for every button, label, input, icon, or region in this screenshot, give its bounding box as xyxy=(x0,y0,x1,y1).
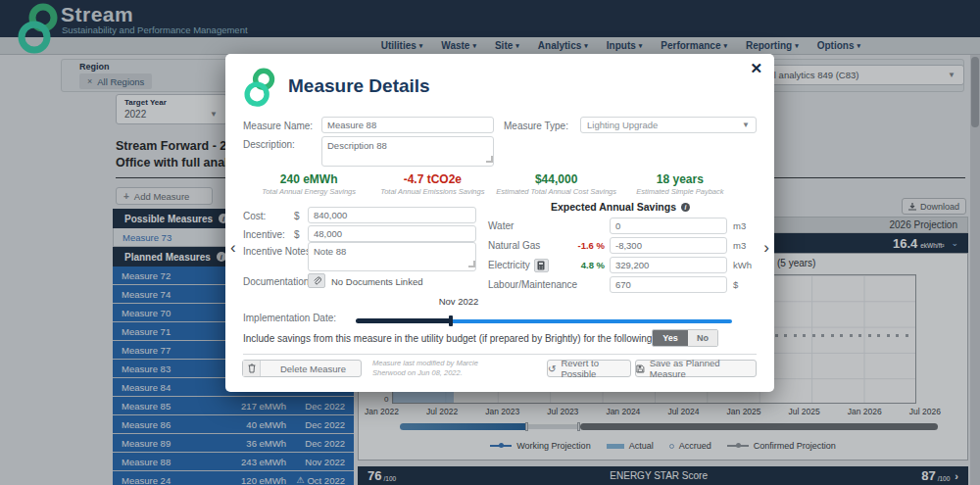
documentation-status: No Documents Linked xyxy=(331,276,422,287)
budget-toggle: Yes No xyxy=(652,329,718,347)
delete-measure-button[interactable]: Delete Measure xyxy=(242,360,362,377)
save-icon xyxy=(636,364,645,373)
incentive-input[interactable] xyxy=(308,225,476,242)
last-modified-note: Measure last modified by Marcie Sherwood… xyxy=(372,359,495,378)
revert-icon: ↺ xyxy=(548,364,556,374)
stat-simple-payback: 18 years Estimated Simple Payback xyxy=(618,172,742,196)
revert-to-possible-button[interactable]: ↺ Revert to Possible xyxy=(547,360,631,377)
measure-stats-row: 240 eMWh Total Annual Energy Savings -4.… xyxy=(247,172,742,196)
natural-gas-savings-input[interactable] xyxy=(610,237,727,254)
savings-row-electricity: Electricity 4.8 % kWh xyxy=(488,257,759,273)
next-measure-chevron[interactable]: › xyxy=(763,238,769,258)
electricity-savings-input[interactable] xyxy=(610,257,727,273)
divider xyxy=(243,354,757,355)
save-as-planned-button[interactable]: Save as Planned Measure xyxy=(635,360,757,377)
cost-input[interactable] xyxy=(308,207,476,223)
budget-question: Include savings from this measure in the… xyxy=(243,333,679,344)
documentation-label: Documentation: xyxy=(243,276,312,287)
toggle-yes-button[interactable]: Yes xyxy=(653,330,688,346)
currency-symbol: $ xyxy=(294,211,300,221)
paperclip-icon xyxy=(313,276,321,285)
toggle-no-button[interactable]: No xyxy=(688,330,717,346)
implementation-date-slider[interactable] xyxy=(356,315,732,326)
stat-cost-savings: $44,000 Estimated Total Annual Cost Savi… xyxy=(495,172,618,196)
stat-energy-savings: 240 eMWh Total Annual Energy Savings xyxy=(247,172,370,196)
measure-type-select[interactable]: Lighting Upgrade ▼ xyxy=(580,117,757,133)
calculator-icon xyxy=(537,261,545,270)
description-label: Description: xyxy=(243,139,295,150)
implementation-date-label: Implementation Date: xyxy=(243,313,336,323)
app-screen: Stream Sustainability and Performance Ma… xyxy=(0,0,980,485)
savings-row-labour-maintenance: Labour/Maintenance $ xyxy=(488,276,759,293)
measure-name-input[interactable] xyxy=(321,117,494,133)
slider-track-future xyxy=(453,319,732,323)
stream-logo-icon xyxy=(241,66,280,111)
trash-icon xyxy=(243,361,261,376)
measure-details-modal: ✕ Measure Details Measure Name: Measure … xyxy=(225,54,774,392)
measure-name-label: Measure Name: xyxy=(243,121,313,131)
close-icon[interactable]: ✕ xyxy=(750,60,762,77)
attach-document-button[interactable] xyxy=(308,273,325,288)
stat-emissions-savings: -4.7 tCO2e Total Annual Emissions Saving… xyxy=(370,172,494,196)
currency-symbol: $ xyxy=(294,229,300,240)
chevron-down-icon: ▼ xyxy=(742,121,750,129)
previous-measure-chevron[interactable]: ‹ xyxy=(230,238,236,258)
labour-maintenance-input[interactable] xyxy=(610,276,727,293)
savings-row-natural-gas: Natural Gas -1.6 % m3 xyxy=(488,237,759,254)
modal-title: Measure Details xyxy=(288,75,430,97)
description-textarea[interactable]: Description 88 xyxy=(321,136,494,167)
expected-annual-savings-title: Expected Annual Savingsi xyxy=(488,201,753,213)
incentive-label: Incentive: xyxy=(243,229,285,240)
implementation-date-value: Nov 2022 xyxy=(356,296,562,307)
cost-label: Cost: xyxy=(243,211,266,221)
calculator-button[interactable] xyxy=(534,259,549,272)
savings-row-water: Water m3 xyxy=(488,218,759,234)
incentive-notes-textarea[interactable]: Note 88 xyxy=(308,242,476,271)
resize-grip-icon[interactable] xyxy=(468,261,475,267)
slider-track-past xyxy=(356,318,451,323)
measure-type-label: Measure Type: xyxy=(504,121,568,131)
water-savings-input[interactable] xyxy=(610,218,727,234)
incentive-notes-label: Incentive Notes: xyxy=(243,246,314,257)
resize-grip-icon[interactable] xyxy=(486,156,493,163)
info-icon[interactable]: i xyxy=(681,203,690,212)
